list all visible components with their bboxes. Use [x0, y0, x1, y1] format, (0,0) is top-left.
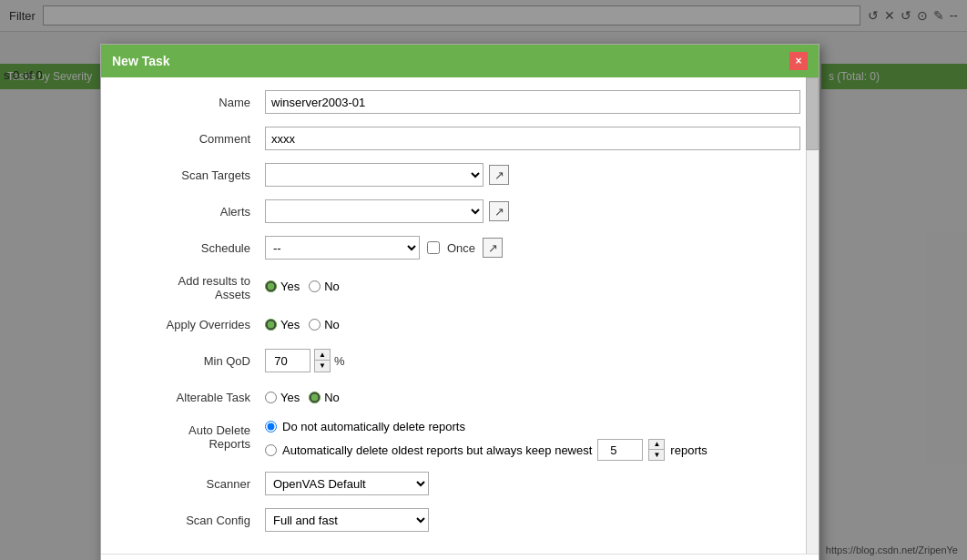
alterable-radio-group: Yes No	[265, 391, 800, 404]
dialog-close-button[interactable]: ×	[789, 52, 808, 70]
comment-row: Comment	[119, 125, 800, 152]
scrollbar[interactable]	[806, 77, 819, 554]
schedule-label: Schedule	[119, 241, 265, 255]
scan-targets-label: Scan Targets	[119, 168, 265, 182]
alterable-yes-label: Yes	[280, 391, 300, 404]
schedule-new-icon[interactable]: ↗	[483, 238, 503, 258]
name-row: Name	[119, 88, 800, 116]
scan-config-select[interactable]: Full and fast	[265, 508, 429, 532]
alerts-new-icon[interactable]: ↗	[489, 201, 509, 221]
scan-config-control: Full and fast	[265, 508, 800, 532]
reports-label: reports	[670, 443, 707, 457]
dialog-header: New Task ×	[101, 45, 819, 77]
apply-overrides-yes-label: Yes	[280, 318, 300, 331]
comment-control	[265, 127, 800, 150]
comment-label: Comment	[119, 132, 265, 146]
add-results-radio-group: Yes No	[265, 280, 800, 293]
apply-overrides-control: Yes No	[265, 318, 800, 331]
scanner-select[interactable]: OpenVAS Default	[265, 472, 429, 495]
min-qod-control: ▲ ▼ %	[265, 349, 800, 372]
alterable-no-item[interactable]: No	[309, 391, 340, 404]
apply-overrides-row: Apply Overrides Yes No	[119, 311, 800, 338]
apply-overrides-radio-group: Yes No	[265, 318, 800, 331]
alterable-label: Alterable Task	[119, 391, 265, 404]
add-results-yes-item[interactable]: Yes	[265, 280, 300, 293]
dialog-body: Name Comment Scan Targets	[101, 77, 819, 554]
name-input[interactable]	[265, 90, 800, 114]
min-qod-spinner: ▲ ▼	[314, 349, 331, 372]
alterable-no-label: No	[324, 391, 340, 404]
dialog-title: New Task	[112, 54, 170, 68]
alerts-label: Alerts	[119, 205, 265, 219]
scan-config-row: Scan Config Full and fast	[119, 506, 800, 534]
scanner-row: Scanner OpenVAS Default	[119, 470, 800, 497]
scan-targets-row: Scan Targets ↗	[119, 161, 800, 188]
auto-delete-row: Auto DeleteReports Do not automatically …	[119, 420, 800, 461]
add-results-yes-label: Yes	[280, 280, 300, 293]
auto-delete-opt2-label: Automatically delete oldest reports but …	[282, 443, 592, 457]
add-results-label: Add results toAssets	[119, 270, 265, 301]
auto-delete-opt1-row: Do not automatically delete reports	[265, 420, 800, 433]
apply-overrides-no-radio[interactable]	[309, 319, 321, 331]
once-label: Once	[447, 241, 475, 255]
scan-targets-control: ↗	[265, 163, 800, 187]
auto-delete-keep-radio[interactable]	[265, 444, 277, 456]
alterable-row: Alterable Task Yes No	[119, 383, 800, 411]
scan-targets-select[interactable]	[265, 163, 484, 187]
scanner-control: OpenVAS Default	[265, 472, 800, 495]
auto-delete-label: Auto DeleteReports	[119, 420, 265, 451]
keep-newest-input[interactable]	[597, 439, 643, 461]
apply-overrides-yes-radio[interactable]	[265, 319, 277, 331]
percent-label: %	[334, 354, 345, 368]
dialog-body-wrapper: Name Comment Scan Targets	[101, 77, 819, 554]
scan-targets-new-icon[interactable]: ↗	[489, 165, 509, 185]
schedule-select[interactable]: --	[265, 236, 420, 260]
auto-delete-no-radio[interactable]	[265, 421, 277, 433]
scanner-label: Scanner	[119, 477, 265, 491]
once-checkbox[interactable]	[427, 241, 440, 254]
keep-down-button[interactable]: ▼	[649, 450, 664, 460]
name-label: Name	[119, 96, 265, 109]
schedule-control: -- Once ↗	[265, 236, 800, 260]
alterable-control: Yes No	[265, 391, 800, 404]
add-results-yes-radio[interactable]	[265, 280, 277, 292]
min-qod-down-button[interactable]: ▼	[315, 361, 330, 372]
min-qod-label: Min QoD	[119, 354, 265, 368]
name-control	[265, 90, 800, 114]
auto-delete-section: Do not automatically delete reports Auto…	[265, 420, 800, 461]
add-results-no-label: No	[324, 280, 340, 293]
keep-up-button[interactable]: ▲	[649, 440, 664, 450]
auto-delete-opt1-label: Do not automatically delete reports	[282, 420, 465, 433]
schedule-inner-row: -- Once ↗	[265, 236, 800, 260]
min-qod-input[interactable]	[265, 349, 310, 372]
min-qod-up-button[interactable]: ▲	[315, 350, 330, 361]
alerts-wrap: ↗	[265, 199, 509, 223]
scan-config-label: Scan Config	[119, 514, 265, 527]
add-results-no-item[interactable]: No	[309, 280, 340, 293]
keep-spinner: ▲ ▼	[648, 439, 665, 461]
apply-overrides-yes-item[interactable]: Yes	[265, 318, 300, 331]
add-results-no-radio[interactable]	[309, 280, 321, 292]
apply-overrides-no-label: No	[324, 318, 340, 331]
add-results-row: Add results toAssets Yes No	[119, 270, 800, 301]
add-results-control: Yes No	[265, 280, 800, 293]
apply-overrides-label: Apply Overrides	[119, 318, 265, 331]
scan-targets-wrap: ↗	[265, 163, 509, 187]
alerts-row: Alerts ↗	[119, 198, 800, 225]
min-qod-wrap: ▲ ▼ %	[265, 349, 800, 372]
alterable-no-radio[interactable]	[309, 392, 321, 403]
new-task-dialog: New Task × Name Comment Scan Targets	[100, 44, 819, 560]
min-qod-row: Min QoD ▲ ▼ %	[119, 347, 800, 374]
dialog-footer: Cancel Save	[101, 554, 819, 560]
scrollbar-thumb[interactable]	[806, 77, 819, 150]
alerts-select[interactable]	[265, 199, 484, 223]
auto-delete-opt2-row: Automatically delete oldest reports but …	[265, 439, 800, 461]
alterable-yes-item[interactable]: Yes	[265, 391, 300, 404]
auto-delete-control: Do not automatically delete reports Auto…	[265, 420, 800, 461]
alterable-yes-radio[interactable]	[265, 392, 277, 403]
alerts-control: ↗	[265, 199, 800, 223]
apply-overrides-no-item[interactable]: No	[309, 318, 340, 331]
comment-input[interactable]	[265, 127, 800, 150]
schedule-row: Schedule -- Once ↗	[119, 234, 800, 261]
